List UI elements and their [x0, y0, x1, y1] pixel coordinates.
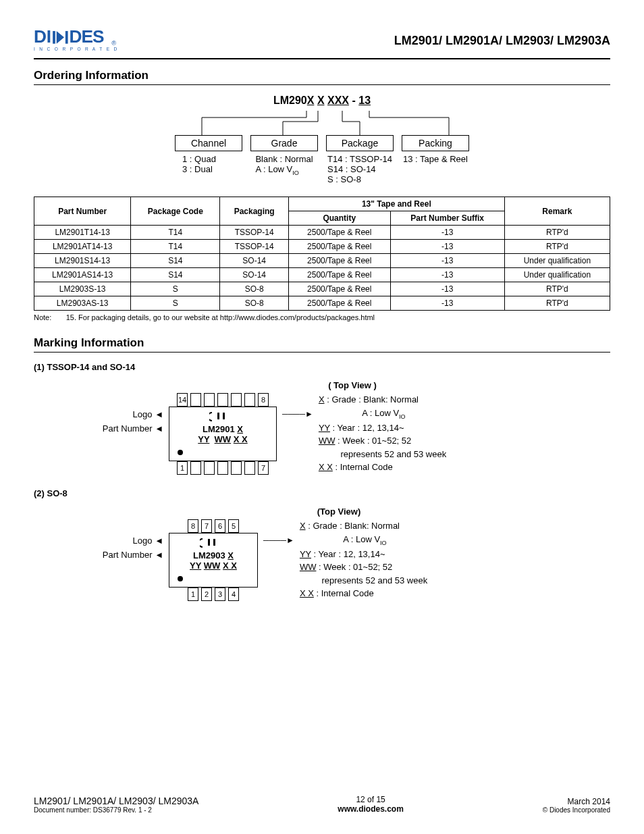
marking-1-title: (1) TSSOP-14 and SO-14 — [34, 362, 610, 372]
label-logo: Logo ◄ — [92, 534, 163, 548]
legend-2: X : Grade : Blank: Normal A : Low VIOYY … — [300, 519, 427, 600]
arrow-left-icon: ◄ — [155, 409, 163, 419]
page-header: D I DES ® I N C O R P O R A T E D LM2901… — [34, 27, 610, 59]
label-partnumber: Part Number ◄ — [92, 422, 163, 436]
svg-text:I N C O R P O R A T E D: I N C O R P O R A T E D — [34, 47, 119, 51]
pn-box: Channel — [175, 135, 242, 151]
svg-text:®: ® — [111, 40, 116, 47]
svg-text:DES: DES — [70, 27, 105, 47]
marking-2-title: (2) SO-8 — [34, 488, 610, 498]
svg-rect-4 — [65, 31, 68, 44]
header-title: LM2901/ LM2901A/ LM2903/ LM2903A — [394, 34, 610, 48]
arrow-left-icon: ◄ — [155, 536, 163, 546]
section-marking: Marking Information — [34, 336, 610, 353]
svg-text:I: I — [47, 27, 51, 47]
table-row: LM2901S14-13S14SO-142500/Tape & Reel-13U… — [34, 254, 610, 268]
part-number-diagram: LM290X X XXX - 13 Channel1 : Quad3 : Dua… — [133, 95, 511, 184]
label-partnumber: Part Number ◄ — [92, 548, 163, 563]
diodes-logo: D I DES ® I N C O R P O R A T E D — [34, 27, 135, 54]
note: Note: 15. For packaging details, go to o… — [34, 313, 610, 321]
svg-rect-10 — [208, 539, 210, 546]
table-row: LM2901AT14-13T14TSSOP-142500/Tape & Reel… — [34, 240, 610, 254]
pn-box: Grade — [250, 135, 318, 151]
pn-box: Packing — [402, 135, 469, 151]
svg-marker-3 — [57, 31, 64, 44]
footer: LM2901/ LM2901A/ LM2903/ LM2903ADocument… — [34, 794, 610, 814]
pin1-dot-icon — [178, 576, 183, 581]
pin1-dot-icon — [178, 450, 183, 455]
marking-2-figure: (Top View) Logo ◄ Part Number ◄ 8765 LM2… — [92, 506, 552, 601]
table-row: LM2901T14-13T14TSSOP-142500/Tape & Reel-… — [34, 226, 610, 240]
table-row: LM2901AS14-13S14SO-142500/Tape & Reel-13… — [34, 268, 610, 282]
logo-mark-icon — [200, 538, 227, 548]
svg-rect-11 — [213, 539, 215, 546]
legend-1: X : Grade : Blank: Normal A : Low VIOYY … — [319, 393, 446, 474]
svg-rect-9 — [223, 413, 225, 419]
marking-1-figure: ( Top View ) Logo ◄ Part Number ◄ 148 LM… — [92, 380, 552, 475]
arrow-left-icon: ◄ — [155, 550, 163, 560]
arrow-right-icon: ────► — [282, 409, 313, 419]
label-logo: Logo ◄ — [92, 408, 163, 422]
ordering-table: Part Number Package Code Packaging 13" T… — [34, 197, 610, 311]
arrow-right-icon: ────► — [263, 536, 294, 545]
section-ordering: Ordering Information — [34, 69, 610, 85]
table-row: LM2903S-13SSO-82500/Tape & Reel-13RTP'd — [34, 282, 610, 296]
logo-mark-icon — [209, 411, 236, 422]
pn-box: Package — [326, 135, 394, 151]
table-row: LM2903AS-13SSO-82500/Tape & Reel-13RTP'd — [34, 296, 610, 311]
arrow-left-icon: ◄ — [155, 423, 163, 434]
svg-text:D: D — [34, 27, 46, 47]
svg-rect-8 — [217, 413, 219, 419]
svg-rect-2 — [53, 31, 55, 44]
diagram-lines-icon — [146, 111, 498, 135]
